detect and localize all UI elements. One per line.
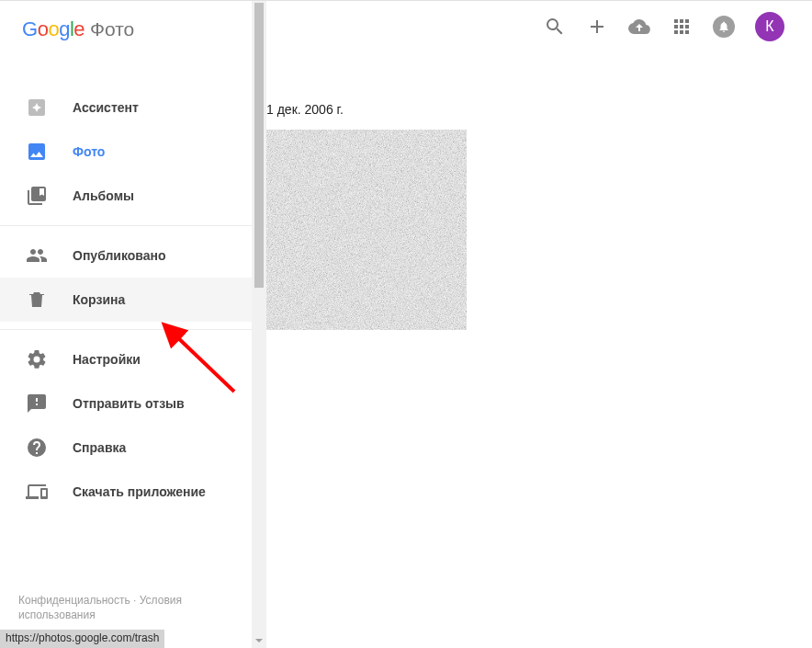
sidebar-item-label: Корзина (73, 292, 125, 307)
sidebar-item-albums[interactable]: Альбомы (0, 174, 252, 218)
search-icon[interactable] (544, 16, 566, 38)
browser-status-bar: https://photos.google.com/trash (0, 630, 164, 648)
main-content: 1 дек. 2006 г. (266, 56, 812, 648)
scroll-down-arrow[interactable] (252, 633, 266, 648)
sidebar-item-label: Фото (73, 144, 105, 159)
sidebar-item-label: Отправить отзыв (73, 396, 185, 411)
feedback-icon (26, 392, 48, 415)
settings-icon (26, 348, 48, 370)
date-header: 1 дек. 2006 г. (266, 102, 812, 117)
google-wordmark: Google (22, 17, 85, 41)
privacy-link[interactable]: Конфиденциальность (18, 594, 130, 607)
trash-icon (26, 289, 48, 311)
product-name: Фото (90, 18, 134, 40)
sidebar-item-trash[interactable]: Корзина (0, 278, 252, 322)
create-icon[interactable] (586, 16, 608, 38)
devices-icon (26, 481, 48, 503)
sidebar-item-download-app[interactable]: Скачать приложение (0, 470, 252, 514)
svg-rect-0 (266, 130, 467, 330)
sidebar-item-label: Справка (73, 440, 126, 455)
sidebar-scrollbar[interactable] (252, 1, 266, 648)
nav-divider (0, 225, 252, 226)
logo[interactable]: Google Фото (0, 1, 252, 41)
notifications-icon[interactable] (713, 16, 735, 38)
sidebar-item-label: Ассистент (73, 100, 139, 115)
photos-icon (26, 141, 48, 163)
account-avatar[interactable]: К (755, 12, 784, 41)
assistant-icon (26, 97, 48, 119)
sidebar-item-label: Скачать приложение (73, 484, 206, 499)
sidebar-item-label: Опубликовано (73, 248, 166, 263)
albums-icon (26, 185, 48, 207)
sidebar-item-label: Альбомы (73, 188, 134, 203)
nav-divider (0, 329, 252, 330)
sidebar-item-settings[interactable]: Настройки (0, 337, 252, 381)
upload-icon[interactable] (628, 16, 650, 38)
app-root: К Google Фото Ассистент Фото (0, 0, 812, 648)
sidebar-item-assistant[interactable]: Ассистент (0, 85, 252, 130)
sidebar-item-label: Настройки (73, 352, 141, 367)
primary-nav: Ассистент Фото Альбомы Опубликовано (0, 85, 252, 514)
sidebar-item-sharing[interactable]: Опубликовано (0, 233, 252, 278)
sidebar-item-help[interactable]: Справка (0, 426, 252, 470)
sidebar-item-photos[interactable]: Фото (0, 130, 252, 174)
sidebar-item-feedback[interactable]: Отправить отзыв (0, 381, 252, 426)
photo-thumbnail[interactable] (266, 130, 467, 330)
sidebar: Google Фото Ассистент Фото Альбомы (0, 1, 252, 648)
sharing-icon (26, 244, 48, 267)
apps-icon[interactable] (671, 16, 693, 38)
help-icon (26, 437, 48, 459)
footer-links: Конфиденциальность · Условия использован… (18, 593, 252, 622)
topbar: К (544, 1, 812, 52)
scroll-thumb[interactable] (254, 3, 264, 288)
